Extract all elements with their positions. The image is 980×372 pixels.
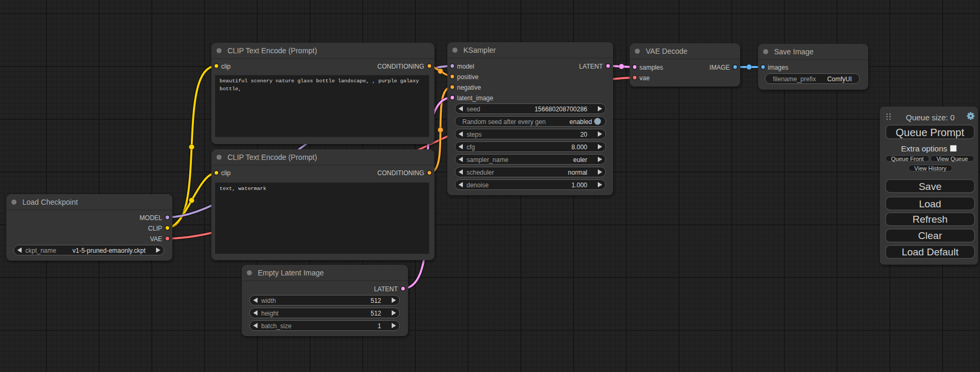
svg-text:ckpt_name: ckpt_name bbox=[25, 247, 56, 254]
svg-text:Save: Save bbox=[919, 181, 942, 192]
svg-text:denoise: denoise bbox=[467, 182, 489, 189]
svg-text:VAE Decode: VAE Decode bbox=[646, 47, 687, 55]
svg-text:512: 512 bbox=[371, 310, 381, 317]
svg-text:Save Image: Save Image bbox=[774, 47, 814, 56]
svg-text:width: width bbox=[261, 297, 276, 304]
svg-text:positive: positive bbox=[457, 73, 479, 81]
svg-text:samples: samples bbox=[639, 64, 663, 71]
svg-text:Clear: Clear bbox=[918, 230, 943, 241]
svg-text:156680208700286: 156680208700286 bbox=[535, 106, 587, 113]
svg-text:normal: normal bbox=[568, 169, 587, 176]
svg-text:View Queue: View Queue bbox=[936, 156, 968, 162]
svg-text:v1-5-pruned-emaonly.ckpt: v1-5-pruned-emaonly.ckpt bbox=[72, 247, 145, 254]
svg-text:1.000: 1.000 bbox=[571, 182, 587, 189]
svg-text:Queue size: 0: Queue size: 0 bbox=[906, 113, 955, 122]
svg-text:Load: Load bbox=[919, 198, 941, 209]
svg-text:LATENT: LATENT bbox=[579, 63, 603, 70]
svg-text:enabled: enabled bbox=[569, 118, 592, 126]
svg-text:IMAGE: IMAGE bbox=[710, 64, 730, 71]
svg-text:Empty Latent Image: Empty Latent Image bbox=[258, 269, 324, 277]
svg-text:CONDITIONING: CONDITIONING bbox=[377, 63, 424, 70]
svg-text:KSampler: KSampler bbox=[463, 46, 496, 54]
svg-text:Random seed after every gen: Random seed after every gen bbox=[462, 118, 546, 126]
svg-text:View History: View History bbox=[914, 165, 946, 171]
svg-text:seed: seed bbox=[467, 106, 480, 113]
svg-text:LATENT: LATENT bbox=[374, 285, 398, 293]
svg-text:height: height bbox=[261, 310, 279, 317]
svg-text:512: 512 bbox=[371, 297, 381, 304]
svg-text:model: model bbox=[457, 63, 474, 70]
svg-text:Queue Front: Queue Front bbox=[891, 156, 924, 162]
svg-text:Extra options: Extra options bbox=[901, 144, 947, 153]
svg-text:20: 20 bbox=[580, 131, 588, 138]
svg-text:Load Default: Load Default bbox=[901, 246, 958, 257]
svg-text:Load Checkpoint: Load Checkpoint bbox=[23, 198, 78, 206]
svg-text:VAE: VAE bbox=[150, 235, 162, 243]
svg-text:Refresh: Refresh bbox=[913, 214, 948, 225]
svg-text:steps: steps bbox=[467, 131, 482, 138]
svg-text:CLIP Text Encode (Prompt): CLIP Text Encode (Prompt) bbox=[228, 153, 317, 161]
svg-text:clip: clip bbox=[221, 63, 231, 70]
svg-text:clip: clip bbox=[221, 169, 231, 177]
svg-text:CLIP Text Encode (Prompt): CLIP Text Encode (Prompt) bbox=[228, 46, 317, 55]
svg-text:text, watermark: text, watermark bbox=[220, 186, 267, 192]
svg-text:bottle,: bottle, bbox=[220, 86, 241, 92]
svg-text:images: images bbox=[768, 64, 789, 71]
svg-text:Queue Prompt: Queue Prompt bbox=[896, 127, 965, 138]
svg-text:euler: euler bbox=[573, 156, 587, 164]
svg-text:beautiful scenery nature glass: beautiful scenery nature glass bottle la… bbox=[220, 78, 419, 84]
svg-text:8.000: 8.000 bbox=[571, 144, 587, 151]
svg-text:CONDITIONING: CONDITIONING bbox=[377, 169, 424, 177]
svg-text:batch_size: batch_size bbox=[261, 322, 292, 330]
svg-text:ComfyUI: ComfyUI bbox=[827, 75, 852, 83]
svg-text:1: 1 bbox=[377, 322, 381, 330]
svg-text:negative: negative bbox=[457, 84, 481, 91]
svg-text:MODEL: MODEL bbox=[140, 214, 162, 222]
svg-text:scheduler: scheduler bbox=[467, 169, 494, 176]
svg-text:CLIP: CLIP bbox=[148, 225, 162, 232]
svg-text:latent_image: latent_image bbox=[457, 94, 493, 102]
svg-text:filename_prefix: filename_prefix bbox=[773, 75, 816, 83]
svg-text:vae: vae bbox=[639, 74, 650, 82]
svg-text:cfg: cfg bbox=[467, 144, 475, 151]
svg-text:sampler_name: sampler_name bbox=[467, 156, 509, 164]
